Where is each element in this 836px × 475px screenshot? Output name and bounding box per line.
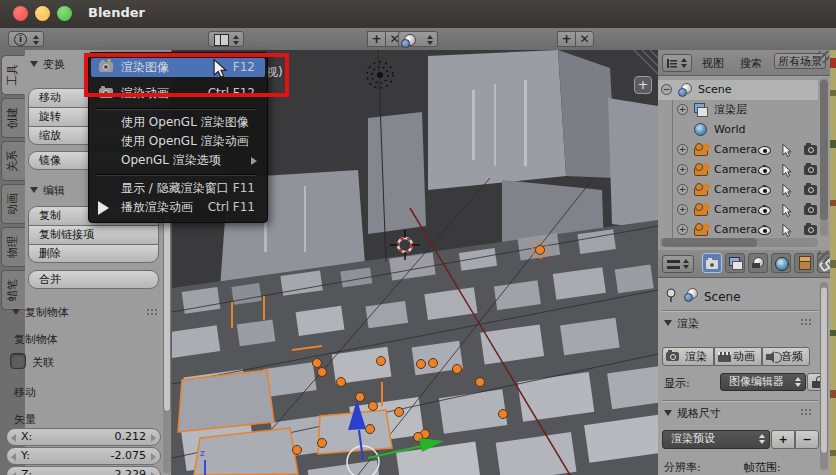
duplicate-linked-button[interactable]: 复制链接项 xyxy=(28,225,159,244)
selectability-cursor-icon[interactable] xyxy=(782,164,792,177)
expand-toggle[interactable]: + xyxy=(677,164,688,175)
outliner-search-menu[interactable]: 搜索 xyxy=(740,56,762,71)
visibility-eye-icon[interactable] xyxy=(758,146,771,155)
animation-button[interactable]: 动画 xyxy=(714,347,762,366)
display-mode-select[interactable]: 图像编辑器 xyxy=(720,373,806,391)
properties-breadcrumb[interactable]: Scene xyxy=(704,290,741,304)
tab-tools[interactable]: 工具 xyxy=(1,55,25,95)
tab-grease-pencil[interactable]: 蜡笔 xyxy=(1,270,25,310)
panel-drag-dots-icon[interactable] xyxy=(800,318,813,327)
outliner-view-menu[interactable]: 视图 xyxy=(702,56,724,71)
renderability-camera-icon[interactable] xyxy=(804,205,817,215)
render-button[interactable]: 渲染 xyxy=(662,347,714,366)
render-panel-header[interactable]: 渲染 xyxy=(664,316,699,331)
menu-item-render-image[interactable]: 渲染图像 F12 xyxy=(91,58,265,77)
dimensions-panel-header[interactable]: 规格尺寸 xyxy=(664,406,721,421)
scrollbar-thumb[interactable] xyxy=(820,286,828,454)
outliner-editor-type-button[interactable] xyxy=(662,54,692,72)
increment-arrow-icon[interactable] xyxy=(151,434,156,442)
decrement-arrow-icon[interactable] xyxy=(11,434,16,442)
remove-preset-button[interactable]: − xyxy=(795,430,819,449)
tree-row-camera[interactable]: + Camera.0 xyxy=(658,200,818,220)
render-presets-select[interactable]: 渲染预设 xyxy=(662,430,770,449)
menu-item-play-rendered-animation[interactable]: 播放渲染动画 Ctrl F11 xyxy=(91,198,265,217)
scene-browse-button[interactable] xyxy=(398,31,438,47)
zoom-window-button[interactable] xyxy=(57,6,72,21)
vector-y-field[interactable]: Y: -2.075 xyxy=(6,447,161,465)
tab-scene[interactable] xyxy=(748,253,768,273)
add-preset-button[interactable]: + xyxy=(771,430,795,449)
expand-toggle[interactable]: + xyxy=(677,184,688,195)
panel-drag-dots-icon[interactable] xyxy=(146,308,159,317)
menu-item-opengl-render-options[interactable]: OpenGL 渲染选项 xyxy=(91,151,265,170)
tab-relations[interactable]: 关系 xyxy=(1,141,25,181)
add-scene-button[interactable]: + xyxy=(557,31,576,47)
menu-item-show-hide-render-view[interactable]: 显示 / 隐藏渲染窗口 F11 xyxy=(91,179,265,198)
expand-toggle[interactable]: + xyxy=(677,224,688,235)
edit-panel-header[interactable]: 编辑 xyxy=(30,183,65,198)
renderability-camera-icon[interactable] xyxy=(804,185,817,195)
vector-z-field[interactable]: Z: 2.229 xyxy=(6,466,161,475)
editor-type-button[interactable]: i xyxy=(8,31,44,47)
area-corner-grip[interactable] xyxy=(817,51,829,63)
area-corner-grip[interactable] xyxy=(817,251,829,263)
outliner-vertical-scrollbar[interactable] xyxy=(820,78,828,236)
duplicate-objects-panel-header[interactable]: 复制物体 xyxy=(12,305,69,320)
close-window-button[interactable] xyxy=(13,6,28,21)
renderability-camera-icon[interactable] xyxy=(804,165,817,175)
tab-create[interactable]: 创建 xyxy=(1,98,25,138)
tree-row-camera[interactable]: + Camera.0 xyxy=(658,180,818,200)
visibility-eye-icon[interactable] xyxy=(758,206,771,215)
collapse-toggle[interactable]: − xyxy=(661,84,672,95)
renderability-camera-icon[interactable] xyxy=(804,145,817,155)
tab-render-layers[interactable] xyxy=(725,253,745,273)
outliner-horizontal-scrollbar[interactable] xyxy=(660,238,818,247)
menu-separator xyxy=(97,174,257,176)
selectability-cursor-icon[interactable] xyxy=(782,184,792,197)
menu-item-opengl-render-image[interactable]: 使用 OpenGL 渲染图像 xyxy=(91,113,265,132)
scrollbar-thumb[interactable] xyxy=(662,238,757,247)
vector-x-field[interactable]: X: 0.212 xyxy=(6,428,161,446)
tree-row-scene[interactable]: − Scene xyxy=(658,80,818,100)
tree-row-camera[interactable]: + Camera.0 xyxy=(658,160,818,180)
panel-drag-dots-icon[interactable] xyxy=(800,408,813,417)
tab-object[interactable] xyxy=(794,253,814,273)
tab-render[interactable] xyxy=(702,253,722,273)
properties-scrollbar[interactable] xyxy=(820,282,828,470)
expand-toggle[interactable]: + xyxy=(677,144,688,155)
visibility-eye-icon[interactable] xyxy=(758,166,771,175)
renderability-camera-icon[interactable] xyxy=(804,225,817,235)
delete-scene-button[interactable]: ✕ xyxy=(575,31,594,47)
menu-item-render-animation[interactable]: 渲染动画 Ctrl F12 xyxy=(91,84,265,103)
audio-button[interactable]: 音频 xyxy=(762,347,810,366)
tree-row-camera[interactable]: + Camera xyxy=(658,140,818,160)
selectability-cursor-icon[interactable] xyxy=(782,224,792,237)
tab-physics[interactable]: 物理 xyxy=(1,227,25,267)
tree-row-world[interactable]: World xyxy=(658,120,818,140)
visibility-eye-icon[interactable] xyxy=(758,186,771,195)
expand-sidebar-button[interactable]: + xyxy=(634,76,652,94)
pin-icon[interactable] xyxy=(665,288,677,302)
decrement-arrow-icon[interactable] xyxy=(11,453,16,461)
scrollbar-thumb[interactable] xyxy=(820,80,828,220)
selectability-cursor-icon[interactable] xyxy=(782,144,792,157)
properties-editor-type-button[interactable] xyxy=(662,255,694,273)
tree-row-render-layers[interactable]: + 渲染层 xyxy=(658,100,818,120)
screen-layout-button[interactable] xyxy=(208,31,244,47)
selectability-cursor-icon[interactable] xyxy=(782,204,792,217)
tree-row-camera[interactable]: + Camera.0 xyxy=(658,220,818,240)
add-layout-button[interactable]: + xyxy=(367,31,386,47)
menu-item-opengl-render-animation[interactable]: 使用 OpenGL 渲染动画 xyxy=(91,132,265,151)
delete-button[interactable]: 删除 xyxy=(28,244,159,263)
move-section-label: 移动 xyxy=(14,385,36,400)
expand-toggle[interactable]: + xyxy=(677,204,688,215)
expand-toggle[interactable]: + xyxy=(677,104,688,115)
increment-arrow-icon[interactable] xyxy=(151,453,156,461)
transform-panel-header[interactable]: 变换 xyxy=(30,57,65,72)
tab-world[interactable] xyxy=(771,253,791,273)
minimize-window-button[interactable] xyxy=(35,6,50,21)
join-button[interactable]: 合并 xyxy=(28,270,159,289)
linked-checkbox[interactable] xyxy=(10,353,26,369)
visibility-eye-icon[interactable] xyxy=(758,226,771,235)
tab-animation[interactable]: 动画 xyxy=(1,184,25,224)
